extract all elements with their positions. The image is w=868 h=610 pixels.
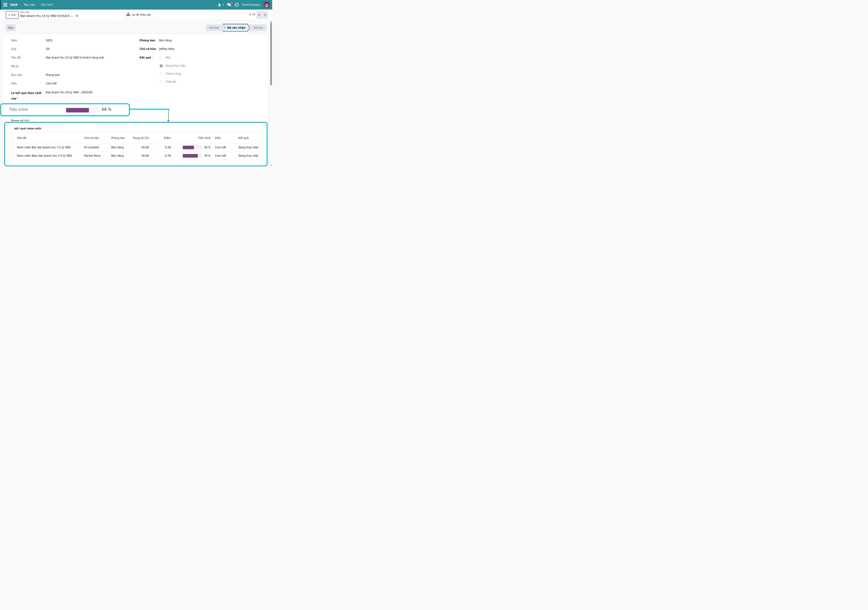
radio-circle[interactable] <box>160 64 163 67</box>
radio-that-bai[interactable]: Thất bại <box>160 80 176 83</box>
menu-muc-tieu[interactable]: Mục tiêu <box>24 3 35 6</box>
kr-title: Team miền Bắc đạt doanh thu 7,5 tỷ VND <box>17 146 84 149</box>
radio-circle[interactable] <box>160 81 163 83</box>
state-du-thao[interactable]: Dự thảo <box>206 24 223 31</box>
progress-percent: 78 % <box>204 154 211 157</box>
kr-owner: Rachel Perry <box>84 154 111 157</box>
table-row[interactable]: Team miền Bắc đạt doanh thu 7,5 tỷ VND E… <box>5 143 267 152</box>
col-tien-trinh[interactable]: Tiến trình <box>171 137 211 140</box>
kr-progress: 58 % <box>171 146 211 149</box>
user-avatar[interactable] <box>264 2 270 8</box>
radio-thanh-cong[interactable]: Thành công <box>160 72 181 75</box>
theme-drop-icon[interactable] <box>218 3 221 7</box>
field-kieu: Kiểu Cam kết <box>11 82 57 85</box>
kr-weight: 50,00 <box>132 154 149 157</box>
pager-value: 2 / 6 <box>249 13 255 16</box>
progress-bar <box>183 146 202 149</box>
state-da-xac-nhan[interactable]: Đã xác nhận <box>223 24 250 32</box>
company-name[interactable]: YourCompany <box>242 3 260 6</box>
top-menu: Mục tiêu Cấu hình <box>24 3 53 6</box>
callout-connector-horizontal <box>130 109 169 110</box>
progress-percent: 68 % <box>102 107 112 112</box>
kr-owner: Eli Lambert <box>84 146 111 149</box>
help-icon[interactable]: ? <box>17 97 18 99</box>
progress-highlight-box: Tiến trình 68 % <box>0 103 130 116</box>
messages-count-badge: 8 <box>230 2 233 5</box>
kr-department: Bán hàng <box>111 146 132 149</box>
key-results-table: Tiêu đề Chủ sở hữu Phòng ban Trọng số (%… <box>5 133 267 160</box>
field-quy-value[interactable]: Q4 <box>46 47 50 51</box>
progress-percent: 58 % <box>204 146 211 149</box>
table-row[interactable]: Team miền Nam đạt doanh thu 7,5 tỷ VND R… <box>5 152 267 160</box>
control-panel: + Mới Mục tiêu Đạt doanh thu 15 tỷ VND t… <box>0 9 272 20</box>
hierarchy-button[interactable]: Sơ đồ Phân cấp <box>123 11 153 18</box>
field-muc-tieu: Mục tiêu Phòng ban <box>11 73 60 77</box>
progress-bar-fill <box>183 146 194 149</box>
vertical-scrollbar[interactable] <box>270 20 272 167</box>
pager-previous-button[interactable] <box>256 11 262 19</box>
col-tieu-de[interactable]: Tiêu đề <box>17 137 84 140</box>
field-la-ket-qua-value[interactable]: Đạt doanh thu 20 tỷ VND - 2025/Q4 <box>46 91 93 101</box>
kr-weight: 50,00 <box>132 146 149 149</box>
hidden-field-label: Trọng số (%) <box>11 120 49 121</box>
col-trong-so[interactable]: Trọng số (%) <box>132 137 149 140</box>
chevron-down-icon[interactable] <box>222 4 224 5</box>
pager-buttons <box>256 11 268 19</box>
field-tieu-de-value[interactable]: Đạt doanh thu 15 tỷ VND từ khách hàng mớ… <box>46 56 104 59</box>
col-phong-ban[interactable]: Phòng ban <box>111 137 132 140</box>
top-navbar: OKR Mục tiêu Cấu hình 8 YourCompany <box>0 0 272 9</box>
field-la-ket-qua-then-chot: Là kết quả then chốt của? Đạt doanh thu … <box>11 91 93 101</box>
app-brand[interactable]: OKR <box>10 3 18 6</box>
field-ket-qua-label: Kết quả ? <box>140 56 153 59</box>
col-diem[interactable]: Điểm <box>149 137 171 140</box>
progress-bar <box>183 154 202 158</box>
menu-cau-hinh[interactable]: Cấu hình <box>41 3 53 6</box>
new-record-button[interactable]: + Mới <box>6 11 19 19</box>
apps-menu-icon[interactable] <box>3 3 7 6</box>
kr-score: 0,78 <box>149 154 171 157</box>
scroll-down-icon[interactable] <box>270 165 272 166</box>
state-da-huy[interactable]: Đã hủy <box>250 24 267 31</box>
navbar-edge-strip <box>0 0 1 9</box>
kr-result: Đang thực hiện <box>234 146 262 149</box>
col-kieu[interactable]: Kiểu <box>211 137 234 140</box>
field-chu-so-huu: Chủ sở hữu Jeffrey Kelly <box>140 47 174 51</box>
pager-next-button[interactable] <box>262 11 268 19</box>
kr-progress: 78 % <box>171 154 211 158</box>
kr-result: Đang thực hiện <box>234 154 262 157</box>
progress-bar-fill <box>66 108 89 112</box>
radio-circle[interactable] <box>160 56 163 59</box>
kr-type: Cam kết <box>211 154 234 157</box>
radio-moi[interactable]: Mới <box>160 56 170 59</box>
kr-type: Cam kết <box>211 146 234 149</box>
field-nam: Năm 2025 <box>11 39 53 42</box>
field-kieu-value[interactable]: Cam kết <box>46 82 57 85</box>
gear-icon[interactable]: ⚙ <box>76 14 78 17</box>
field-nam-value[interactable]: 2025 <box>46 39 53 42</box>
scrollbar-thumb[interactable] <box>270 22 272 85</box>
page-title: Đạt doanh thu 15 tỷ VND từ khách ... ⚙ <box>20 14 78 17</box>
plus-icon: + <box>9 13 11 17</box>
scroll-up-icon[interactable] <box>270 21 272 22</box>
col-ket-qua[interactable]: Kết quả <box>234 137 262 140</box>
breadcrumb[interactable]: Mục tiêu <box>20 11 30 13</box>
field-chu-so-huu-value[interactable]: Jeffrey Kelly <box>159 47 174 51</box>
field-phong-ban-value[interactable]: Bán hàng <box>159 39 172 42</box>
activities-clock-icon[interactable] <box>235 3 239 7</box>
field-tieu-de: Tiêu đề Đạt doanh thu 15 tỷ VND từ khách… <box>11 56 104 59</box>
progress-bar <box>66 108 100 113</box>
kr-title: Team miền Nam đạt doanh thu 7,5 tỷ VND <box>17 154 84 157</box>
chevron-left-icon <box>259 14 261 16</box>
radio-dang-thuc-hien[interactable]: Đang thực hiện <box>160 64 186 67</box>
key-results-tab[interactable]: KẾT QUẢ THEN CHỐT <box>14 127 42 130</box>
field-mo-ta: Mô tả <box>11 65 46 68</box>
progress-label: Tiến trình <box>9 107 28 112</box>
key-results-highlight-box: KẾT QUẢ THEN CHỐT Tiêu đề Chủ sở hữu Phò… <box>4 122 268 166</box>
help-icon[interactable]: ? <box>152 56 153 59</box>
cancel-button[interactable]: Hủy <box>6 24 16 31</box>
radio-circle[interactable] <box>160 73 163 75</box>
kr-department: Bán hàng <box>111 154 132 157</box>
field-muc-tieu-value[interactable]: Phòng ban <box>46 73 60 77</box>
col-chu-so-huu[interactable]: Chủ sở hữu <box>84 137 111 140</box>
messages-icon[interactable]: 8 <box>227 3 232 7</box>
